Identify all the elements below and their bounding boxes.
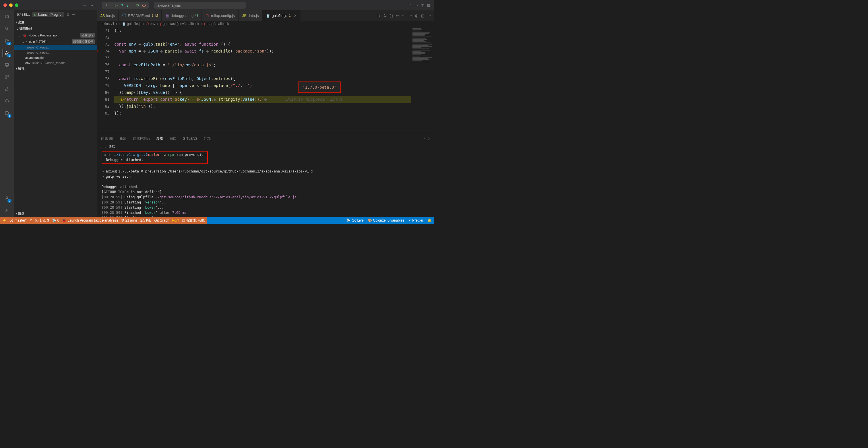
code-editor[interactable]: 71727374757677787980818283 '1.7.0-beta.0… [97, 27, 434, 134]
panel-close-icon[interactable]: ✕ [428, 137, 431, 140]
colorize-status[interactable]: 🎨 Colorize: 0 variables [368, 218, 404, 222]
breadcrumb-item[interactable]: ⬡ env [146, 22, 155, 26]
prettier-status[interactable]: ✓ Prettier [408, 218, 423, 222]
code-line[interactable]: }).join('\n')); [114, 103, 411, 109]
disconnect-button[interactable]: ⏻ [142, 3, 146, 7]
nav-forward-icon[interactable]: → [90, 3, 94, 7]
editor-tab[interactable]: ⬡rollup.config.js [202, 10, 239, 21]
settings-gear-icon[interactable] [3, 206, 11, 214]
layout-panel-icon[interactable]: ▭ [414, 3, 418, 7]
continue-button[interactable]: ▷ [115, 3, 118, 7]
accounts-icon[interactable]: 2 [3, 194, 11, 202]
code-line[interactable]: }); [114, 109, 411, 117]
stack-frame[interactable]: axios-v1.x/gulp... [14, 50, 97, 55]
terminal[interactable]: ○ → axios-v1.x git:(master) ✗ npm run pr… [97, 150, 434, 217]
search-icon[interactable] [3, 25, 11, 33]
panel-tab[interactable]: GITLENS [182, 135, 198, 142]
remote-explorer-icon[interactable] [3, 61, 11, 69]
more-icon[interactable]: ⋯ [402, 13, 406, 18]
explorer-icon[interactable] [3, 12, 11, 21]
split-icon[interactable]: ◫ [421, 13, 425, 18]
drag-handle-icon[interactable]: ⋮⋮ [104, 3, 112, 7]
layout-primary-icon[interactable]: ▯ [410, 3, 412, 7]
more2-icon[interactable]: ⋯ [408, 13, 412, 18]
debug-thread[interactable]: ⌄ ◦ gulp [42798] 已在断点处暂停 [14, 38, 97, 45]
editor-tab[interactable]: 🥤gulpfile.js1✕ [262, 10, 300, 21]
git-graph-status[interactable]: Git Graph [154, 218, 169, 222]
panel-tab[interactable]: 注释 [203, 135, 211, 142]
testing-icon[interactable] [3, 85, 11, 93]
run-debug-icon[interactable]: 1 [3, 49, 11, 57]
pont-status[interactable]: Pont [172, 218, 179, 222]
nav-back-icon[interactable]: ← [83, 3, 86, 7]
step-out-button[interactable]: ↑ [131, 3, 133, 7]
close-tab-icon[interactable]: ✕ [293, 13, 297, 18]
debug-process[interactable]: ⌄ 🐞 Node.js Process: np... 正在运行 [14, 32, 97, 38]
launch-config-dropdown[interactable]: ▷ Launch Prog ⌄ [32, 12, 64, 17]
git-branch[interactable]: ⎇ master* [9, 218, 26, 222]
problems-status[interactable]: ⓧ 1 ⚠ 3 [35, 218, 49, 223]
minimize-window-button[interactable] [9, 3, 12, 7]
variables-section-header[interactable]: › 变量 [14, 19, 97, 26]
panel-tab[interactable]: 端口 [169, 135, 177, 142]
editor-tab[interactable]: ⓘREADME.md3, M [119, 10, 162, 21]
callstack-section-header[interactable]: ⌄ 调用堆栈 [14, 26, 97, 32]
breakpoints-section-header[interactable]: › 断点 [14, 211, 97, 217]
panel-tab[interactable]: 终端 [156, 135, 164, 142]
diff-icon[interactable]: ⇔ [396, 13, 399, 18]
extensions-icon[interactable] [3, 73, 11, 81]
code-line[interactable]: const envFilePath = './lib/env/data.js'; [114, 61, 411, 68]
layout-secondary-icon[interactable]: ◫ [421, 3, 424, 7]
editor-tab[interactable]: ▦debugger.pngU [162, 10, 202, 21]
close-window-button[interactable] [3, 3, 7, 7]
code-line[interactable]: }); [114, 27, 411, 34]
minimap[interactable] [411, 27, 434, 134]
breadcrumb-item[interactable]: ƒ map() callback [204, 22, 229, 26]
debug-launch-status[interactable]: 🐞 Launch Program (axios-analysis) [62, 218, 118, 222]
more-icon[interactable]: ⋯ [72, 12, 75, 17]
code-line[interactable]: var npm = ● JSON.● parse(● await fs.● re… [114, 47, 411, 55]
compass-icon[interactable]: ◎ [415, 13, 418, 18]
run-icon[interactable]: ▷ [378, 13, 381, 18]
step-into-button[interactable]: ↓ [127, 3, 129, 7]
code-line[interactable]: }).map(([key, value]) => { [114, 89, 411, 96]
overflow-icon[interactable]: ⋯ [427, 13, 431, 18]
editor-tab[interactable]: JSion.js [97, 10, 119, 21]
panel-tab[interactable]: 调试控制台 [132, 135, 151, 142]
size-status[interactable]: 2.5 KiB [141, 218, 152, 222]
panel-more-icon[interactable]: ⋯ [422, 137, 425, 140]
source-control-icon[interactable]: 15 [3, 37, 11, 45]
command-center[interactable]: axios-analysis [154, 2, 246, 9]
step-over-button[interactable]: ↷ [121, 3, 124, 7]
ports-status[interactable]: 📡 0 [52, 218, 59, 222]
time-status[interactable]: ⏱ 21 mins [121, 218, 137, 222]
history-icon[interactable]: ↻ [383, 13, 386, 18]
code-line[interactable]: await fs.writeFile(envFilePath, Object.e… [114, 75, 411, 82]
stack-frame[interactable]: axios-v1.x/gulp... [14, 45, 97, 50]
remote-indicator[interactable]: ⚡ [2, 218, 7, 222]
braces-icon[interactable]: { } [390, 13, 393, 18]
ext-icon[interactable]: 1 [3, 109, 11, 117]
watch-section-header[interactable]: › 监视 [14, 65, 97, 72]
code-line[interactable]: const env = gulp.task('env', async funct… [114, 41, 411, 47]
panel-tab[interactable]: 问题4 [100, 135, 114, 142]
code-line[interactable] [114, 68, 411, 75]
code-line[interactable] [114, 55, 411, 61]
breadcrumb-item[interactable]: 🥤 gulpfile.js [122, 22, 141, 26]
stack-frame[interactable]: async function [14, 55, 97, 60]
layout-customize-icon[interactable]: ▦ [427, 3, 431, 7]
go-live-status[interactable]: 📡 Go Live [346, 218, 363, 222]
breadcrumb[interactable]: axios-v1.x›🥤 gulpfile.js›⬡ env›ƒ gulp.ta… [97, 21, 434, 27]
maximize-window-button[interactable] [15, 3, 19, 7]
breadcrumb-item[interactable]: ƒ gulp.task('env') callback [160, 22, 199, 26]
bookmarks-icon[interactable] [3, 97, 11, 105]
git-sync[interactable]: ⟲ [29, 218, 32, 222]
stack-frame[interactable]: env axios-v1.x/node_modul... [14, 60, 97, 65]
code-line[interactable]: VERSION: (argv.bump || npm.version).repl… [114, 82, 411, 89]
gear-icon[interactable]: ⚙ [66, 12, 69, 17]
panel-tab[interactable]: 输出 [119, 135, 127, 142]
code-line[interactable] [114, 34, 411, 41]
start-debug-icon[interactable]: ▷ [34, 12, 37, 17]
editor-tab[interactable]: JSdata.js [239, 10, 262, 21]
code-line[interactable]: ▷return `export const ${key} = ${JSON.● … [114, 96, 411, 103]
